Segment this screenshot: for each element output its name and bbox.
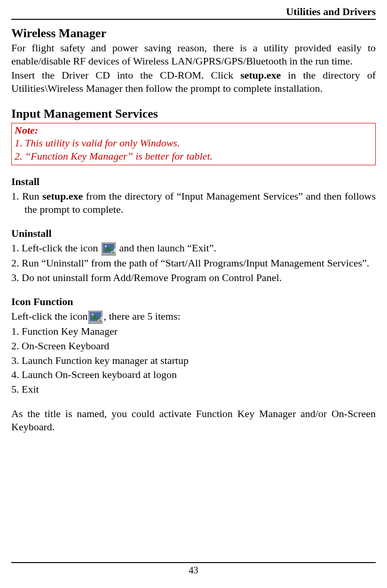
wireless-paragraph-2: Insert the Driver CD into the CD-ROM. Cl…	[11, 69, 376, 95]
install-step-1: 1. Run setup.exe from the directory of “…	[11, 190, 376, 216]
note-line-2: 2. “Function Key Manager” is better for …	[15, 150, 372, 163]
setup-exe-label: setup.exe	[42, 190, 83, 202]
icon-function-item-3: 3. Launch Function key manager at startu…	[11, 354, 376, 368]
icon-function-item-2: 2. On-Screen Keyboard	[11, 339, 376, 353]
uninstall-step-2: 2. Run “Uninstall” from the path of “Sta…	[11, 257, 376, 270]
top-divider	[11, 19, 376, 20]
page: Utilities and Drivers Wireless Manager F…	[0, 0, 387, 588]
note-title: Note:	[15, 124, 372, 137]
chapter-title: Utilities and Drivers	[11, 6, 376, 19]
note-box: Note: 1. This utility is valid for only …	[11, 123, 376, 165]
footer: 43	[11, 562, 376, 588]
icon-function-title: Icon Function	[11, 296, 376, 308]
uninstall-step-1: 1. Left-click the icon 1 and then launch…	[11, 242, 376, 256]
text: 1. Left-click the icon	[11, 242, 101, 254]
icon-function-item-5: 5. Exit	[11, 383, 376, 396]
note-line-1: 1. This utility is valid for only Window…	[15, 137, 372, 150]
section-wireless-title: Wireless Manager	[11, 26, 376, 40]
svg-point-9	[92, 314, 94, 315]
text: 1. Run	[11, 190, 42, 202]
install-title: Install	[11, 176, 376, 188]
svg-text:1: 1	[112, 249, 114, 254]
icon-function-intro: Left-click the icon 1 , there are 5 item…	[11, 310, 376, 324]
icon-function-outro: As the title is named, you could activat…	[11, 407, 376, 434]
svg-text:1: 1	[99, 317, 101, 322]
section-ims-title: Input Management Services	[11, 107, 376, 121]
text: Insert the Driver CD into the CD-ROM. Cl…	[11, 69, 240, 81]
svg-point-3	[105, 245, 107, 247]
text: , there are 5 items:	[103, 310, 180, 322]
uninstall-title: Uninstall	[11, 227, 376, 240]
setup-exe-label: setup.exe	[240, 69, 281, 81]
text: and then launch “Exit”.	[117, 242, 216, 254]
tray-icon: 1	[88, 311, 103, 324]
icon-function-item-4: 4. Launch On-Screen keyboard at logon	[11, 368, 376, 382]
tray-icon: 1	[102, 242, 116, 256]
wireless-paragraph-1: For flight safety and power saving reaso…	[11, 41, 376, 68]
uninstall-step-3: 3. Do not uninstall form Add/Remove Prog…	[11, 271, 376, 285]
text: Left-click the icon	[11, 310, 87, 322]
page-number: 43	[11, 565, 376, 576]
icon-function-item-1: 1. Function Key Manager	[11, 325, 376, 338]
bottom-divider	[11, 562, 376, 563]
